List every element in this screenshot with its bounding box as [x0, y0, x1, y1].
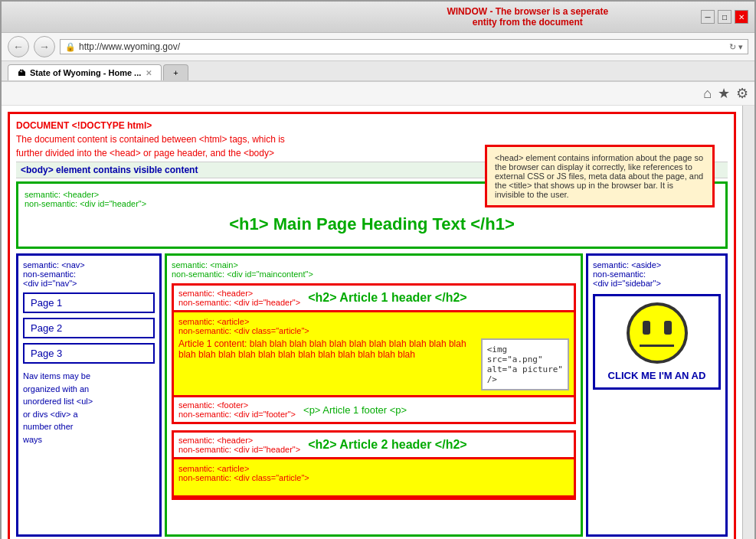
article-1-content-label: semantic: <article> non-semantic: <div c… [178, 317, 569, 335]
lock-icon: 🔒 [65, 42, 76, 52]
article-1-image: <img src="a.png" alt="a picture" /> [481, 338, 569, 390]
article-1-header-label: semantic: <header> non-semantic: <div id… [178, 289, 300, 307]
nav-desc: Nav items may be organized with an unord… [23, 370, 155, 446]
article-1-header: semantic: <header> non-semantic: <div id… [174, 286, 574, 312]
article-1-content-inner: Article 1 content: blah blah blah blah b… [178, 338, 569, 390]
browser-toolbar: ⌂ ★ ⚙ [2, 82, 754, 106]
smiley-face [627, 302, 688, 364]
maximize-button[interactable]: □ [718, 10, 731, 24]
document-box: DOCUMENT <!DOCTYPE html> The document co… [8, 112, 736, 539]
browser-nav-bar: ← → 🔒 http://www.wyoming.gov/ ↻ ▾ [2, 33, 754, 61]
three-columns: semantic: <nav> non-semantic: <div id="n… [16, 253, 728, 537]
tab-wyoming[interactable]: 🏔 State of Wyoming - Home ... ✕ [8, 64, 162, 80]
article-1-title: <h2> Article 1 header </h2> [308, 291, 467, 305]
tab-favicon: 🏔 [18, 69, 25, 77]
browser-window: WINDOW - The browser is a seperate entit… [0, 0, 756, 539]
head-callout-box: <head> element contains information abou… [485, 145, 715, 207]
page-content: DOCUMENT <!DOCTYPE html> The document co… [2, 106, 742, 539]
tab-bar: 🏔 State of Wyoming - Home ... ✕ + [2, 61, 754, 82]
main-sem-label: semantic: <main> non-semantic: <div id="… [172, 260, 576, 279]
window-title: WINDOW - The browser is a seperate entit… [355, 6, 702, 28]
right-eye [664, 321, 672, 335]
article-2-box: semantic: <header> non-semantic: <div id… [172, 430, 576, 500]
url-text: http://www.wyoming.gov/ [79, 41, 729, 52]
smiley-eyes [643, 321, 672, 335]
article-1-text: Article 1 content: blah blah blah blah b… [178, 338, 475, 360]
left-eye [643, 321, 650, 335]
tab-label: State of Wyoming - Home ... [30, 68, 141, 77]
favorites-icon[interactable]: ★ [718, 85, 730, 102]
article-1-content: semantic: <article> non-semantic: <div c… [174, 312, 574, 397]
minimize-button[interactable]: ─ [701, 10, 715, 24]
title-bar: WINDOW - The browser is a seperate entit… [2, 2, 754, 33]
nav-link-page2[interactable]: Page 2 [23, 318, 155, 338]
head-callout-text: <head> element contains information abou… [495, 153, 703, 199]
close-button[interactable]: ✕ [735, 10, 748, 24]
aside-sem-label: semantic: <aside> non-semantic: <div id=… [593, 260, 721, 288]
settings-icon[interactable]: ⚙ [736, 85, 748, 102]
tab-new[interactable]: + [163, 64, 188, 80]
home-icon[interactable]: ⌂ [703, 86, 712, 102]
article-1-footer-label: semantic: <footer> non-semantic: <div id… [178, 400, 296, 419]
forward-button[interactable]: → [34, 36, 55, 57]
main-column: semantic: <main> non-semantic: <div id="… [165, 253, 583, 537]
address-controls[interactable]: ↻ ▾ [729, 42, 743, 52]
refresh-icon[interactable]: ↻ [729, 42, 736, 52]
document-area: DOCUMENT <!DOCTYPE html> The document co… [2, 106, 754, 539]
dropdown-icon[interactable]: ▾ [738, 42, 743, 52]
h1-heading: <h1> Main Page Heading Text </h1> [25, 208, 719, 240]
doc-desc-1: The document content is contained betwee… [16, 134, 728, 145]
aside-column: semantic: <aside> non-semantic: <div id=… [586, 253, 728, 537]
article-1-footer-text: <p> Article 1 footer <p> [303, 404, 407, 416]
ad-text: CLICK ME I'M AN AD [601, 370, 712, 381]
nav-sem-label: semantic: <nav> non-semantic: <div id="n… [23, 260, 155, 288]
article-2-content-label: semantic: <article> non-semantic: <div c… [178, 464, 569, 482]
tab-close-icon[interactable]: ✕ [146, 69, 152, 77]
nav-link-page3[interactable]: Page 3 [23, 343, 155, 364]
article-2-header: semantic: <header> non-semantic: <div id… [174, 433, 574, 459]
new-tab-label: + [173, 68, 178, 77]
doctype-label: DOCUMENT <!DOCTYPE html> [16, 120, 728, 131]
vertical-scrollbar[interactable] [742, 106, 754, 539]
smiley-mouth [640, 345, 674, 347]
article-2-header-label: semantic: <header> non-semantic: <div id… [178, 436, 300, 454]
nav-column: semantic: <nav> non-semantic: <div id="n… [16, 253, 162, 537]
article-2-content: semantic: <article> non-semantic: <div c… [174, 459, 574, 498]
article-1-box: semantic: <header> non-semantic: <div id… [172, 283, 576, 424]
article-1-footer: semantic: <footer> non-semantic: <div id… [174, 397, 574, 422]
address-bar[interactable]: 🔒 http://www.wyoming.gov/ ↻ ▾ [60, 39, 748, 54]
window-controls: ─ □ ✕ [701, 10, 748, 24]
ad-box[interactable]: CLICK ME I'M AN AD [593, 294, 721, 390]
nav-link-page1[interactable]: Page 1 [23, 292, 155, 313]
back-button[interactable]: ← [8, 36, 29, 57]
article-2-title: <h2> Article 2 header </h2> [308, 438, 467, 452]
